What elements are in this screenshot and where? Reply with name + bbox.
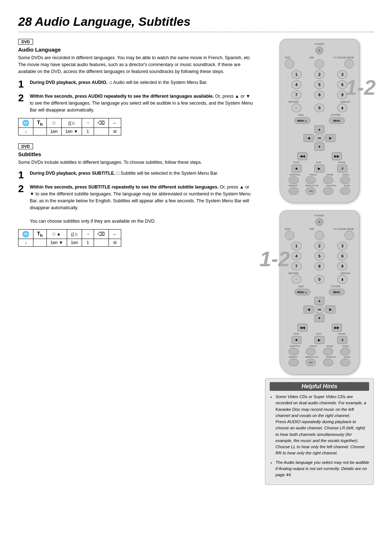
- return-label-bot: RETURN: [289, 272, 298, 275]
- power-btn-area: ●: [285, 46, 354, 54]
- nav-down-top[interactable]: ▼: [314, 143, 324, 151]
- num-btn-2-bot[interactable]: 2: [314, 242, 324, 250]
- fwd-btn-bot[interactable]: ▶▶: [332, 324, 342, 332]
- power-label-top: POWER: [285, 43, 354, 45]
- rew-btn-top[interactable]: ◀◀: [297, 152, 307, 160]
- display-btn-top[interactable]: ▮: [337, 104, 347, 112]
- play-btn-top[interactable]: ▶: [314, 165, 324, 173]
- shuffle-btn-bot[interactable]: [323, 359, 333, 366]
- power-button-bot[interactable]: ●: [315, 218, 323, 226]
- power-button-top[interactable]: ●: [315, 46, 323, 54]
- ok-btn-top[interactable]: OK: [314, 134, 324, 142]
- num-btn-8-top[interactable]: 8: [314, 90, 324, 99]
- nav-right-bot[interactable]: ▶: [325, 305, 335, 313]
- stop-btn-top[interactable]: ■: [291, 165, 302, 173]
- pause-btn-top[interactable]: ⏸: [337, 165, 347, 173]
- nav-down-bot[interactable]: ▼: [314, 314, 324, 322]
- return-display-labels-top: RETURN DISPLAY: [285, 101, 354, 103]
- nav-up-top[interactable]: ▲: [314, 125, 324, 133]
- disc-label-top: DISC: [285, 56, 291, 59]
- transport-row-2-bot: ■ ▶ ⏸: [285, 336, 354, 344]
- audio-btn-top[interactable]: [340, 177, 350, 184]
- num-row-3-top: 7 8 9: [285, 90, 354, 99]
- num-btn-5-bot[interactable]: 5: [314, 252, 324, 260]
- nav-left-bot[interactable]: ◀: [303, 305, 314, 313]
- system-menu-btn-bot[interactable]: MENU: [329, 289, 345, 295]
- return-btn-top[interactable]: ←: [291, 104, 302, 112]
- fwd-btn-top[interactable]: ▶▶: [332, 152, 342, 160]
- ok-btn-bot[interactable]: OK: [314, 305, 324, 313]
- function-row-top: [285, 177, 354, 184]
- scan-btn-bot[interactable]: [340, 359, 350, 366]
- disc-menu-btn-bot[interactable]: MENU ▲: [294, 289, 310, 295]
- system-menu-label-top: SYSTEM: [331, 114, 340, 116]
- stop-btn-bot[interactable]: ■: [291, 336, 302, 344]
- num-btn-0-bot[interactable]: 0: [314, 275, 324, 284]
- num-row-2-top: 4 5 6: [285, 80, 354, 89]
- repeat-btn-bot[interactable]: [289, 359, 299, 366]
- num-btn-9-bot[interactable]: 9: [337, 262, 347, 271]
- step-1-text: During DVD playback, press AUDIO. ♫ Audi…: [30, 79, 208, 86]
- dvd-badge-audio: DVD: [18, 39, 33, 45]
- num-btn-7-top[interactable]: 7: [291, 90, 302, 99]
- nav-right-top[interactable]: ▶: [325, 134, 335, 142]
- scan-btn-top[interactable]: [340, 187, 350, 195]
- repeat-row-bot: A-B: [285, 359, 354, 366]
- system-menu-btn-top[interactable]: MENU: [329, 117, 345, 124]
- repeat1-label-bot: REPEAT: [289, 356, 298, 358]
- disc-btn-bot[interactable]: [285, 231, 294, 240]
- nav-left-top[interactable]: ◀: [303, 134, 314, 142]
- disc-menu-btn-top[interactable]: MENU ▲: [294, 117, 310, 124]
- num-btn-1-bot[interactable]: 1: [291, 242, 302, 250]
- num-btn-1-top[interactable]: 1: [291, 70, 302, 79]
- subtitle-step-1-text: During DVD playback, press SUBTITLE. □ S…: [30, 170, 219, 177]
- tc-sound-label-bot: T-C SOUND MODE: [333, 228, 354, 230]
- repeat-ab-btn-bot[interactable]: A-B: [306, 359, 316, 366]
- display-btn-bot[interactable]: ▮: [337, 275, 347, 284]
- num-btn-0-top[interactable]: 0: [314, 104, 324, 112]
- shuffle-label-bot: SHUFFLE: [326, 356, 336, 358]
- num-btn-7-bot[interactable]: 7: [291, 262, 302, 271]
- repeat-ab-btn-top[interactable]: A-B: [306, 187, 316, 195]
- disc-btn-top[interactable]: [285, 59, 294, 69]
- step-num-2: 2: [18, 93, 26, 103]
- zoom-btn-top[interactable]: [323, 177, 333, 184]
- audio-label-top: AUDIO: [342, 174, 349, 176]
- num-btn-2-top[interactable]: 2: [314, 70, 324, 79]
- angle-btn-bot[interactable]: [306, 348, 316, 355]
- hint-2: The Audio language you select may not be…: [275, 459, 369, 478]
- audio-step-2: 2 Within five seconds, press AUDIO repea…: [18, 93, 254, 113]
- dim-btn-bot[interactable]: [315, 231, 324, 240]
- pause-btn-bot[interactable]: ⏸: [337, 336, 347, 344]
- num-btn-4-top[interactable]: 4: [291, 80, 302, 89]
- disc-system-row-bot: MENU ▲ MENU: [285, 289, 354, 295]
- zoom-btn-bot[interactable]: [323, 348, 333, 355]
- remote-bottom: POWER ● DISC DIM T-C SOUND MODE: [279, 210, 359, 374]
- angle-btn-top[interactable]: [306, 177, 316, 184]
- display-label-bot: DISPLAY: [340, 272, 350, 275]
- return-btn-bot[interactable]: ←: [291, 275, 302, 284]
- subtitle-btn-bot[interactable]: [289, 348, 299, 355]
- top-function-row-bot: [285, 231, 354, 240]
- audio-btn-bot[interactable]: [340, 348, 350, 355]
- num-btn-5-top[interactable]: 5: [314, 80, 324, 89]
- num-btn-4-bot[interactable]: 4: [291, 252, 302, 260]
- dim-btn-top[interactable]: [315, 59, 324, 69]
- tc-sound-btn-bot[interactable]: [344, 231, 354, 240]
- subtitle-menu-bar: 🌐 Th □ ▲ ((♫ → ⌫ ← ↓ 1en ▼ 1en 1: [18, 229, 121, 247]
- num-btn-8-bot[interactable]: 8: [314, 262, 324, 271]
- shuffle-btn-top[interactable]: [323, 187, 333, 195]
- nav-up-bot[interactable]: ▲: [314, 297, 324, 305]
- num-btn-3-bot[interactable]: 3: [337, 242, 347, 250]
- helpful-hints-body: Some Video CDs or Super Video CDs are re…: [270, 394, 369, 478]
- transport-row-1-top: ◀◀ ▶▶: [285, 152, 354, 160]
- helpful-hints-title: Helpful Hints: [270, 382, 369, 391]
- tc-sound-btn-top[interactable]: [344, 59, 354, 69]
- num-btn-6-bot[interactable]: 6: [337, 252, 347, 260]
- rew-btn-bot[interactable]: ◀◀: [297, 324, 307, 332]
- subtitles-section: DVD Subtitles Some DVDs include subtitle…: [18, 143, 254, 247]
- repeat-btn-top[interactable]: [289, 187, 299, 195]
- play-btn-bot[interactable]: ▶: [314, 336, 324, 344]
- stop-label-bot: STOP: [293, 333, 299, 335]
- subtitle-btn-top[interactable]: [289, 177, 299, 184]
